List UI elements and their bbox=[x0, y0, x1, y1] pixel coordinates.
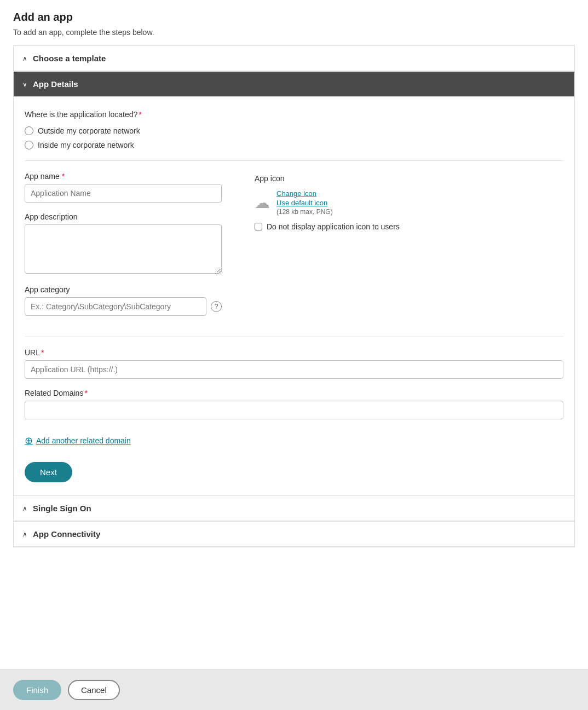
cancel-button[interactable]: Cancel bbox=[68, 680, 120, 700]
do-not-display-checkbox[interactable] bbox=[255, 223, 262, 230]
app-category-wrapper: ? bbox=[25, 297, 222, 316]
divider-1 bbox=[25, 160, 563, 161]
finish-button[interactable]: Finish bbox=[13, 680, 61, 700]
radio-inside-label[interactable]: Inside my corporate network bbox=[25, 141, 563, 149]
connectivity-label: App Connectivity bbox=[33, 529, 100, 539]
sso-header[interactable]: ∧ Single Sign On bbox=[14, 496, 574, 521]
next-button[interactable]: Next bbox=[25, 462, 72, 482]
app-category-input[interactable] bbox=[25, 297, 206, 316]
main-content: Add an app To add an app, complete the s… bbox=[0, 0, 588, 669]
app-icon-row: ☁ Change icon Use default icon (128 kb m… bbox=[255, 189, 563, 216]
plus-circle-icon: ⊕ bbox=[25, 435, 33, 447]
url-field-group: URL* bbox=[25, 348, 563, 379]
url-label: URL* bbox=[25, 348, 563, 357]
app-name-col: App name App description App category ? bbox=[25, 172, 222, 326]
do-not-display-label: Do not display application icon to users bbox=[267, 222, 400, 231]
chevron-app-details-icon: ∨ bbox=[22, 80, 27, 88]
page-wrapper: Add an app To add an app, complete the s… bbox=[0, 0, 588, 710]
do-not-display-row: Do not display application icon to users bbox=[255, 222, 563, 231]
radio-inside[interactable] bbox=[25, 141, 33, 149]
chevron-connectivity-icon: ∧ bbox=[22, 530, 27, 538]
url-section: URL* Related Domains* ⊕ Add another rela… bbox=[25, 348, 563, 447]
accordion-sso: ∧ Single Sign On bbox=[13, 496, 575, 522]
page-subtitle: To add an app, complete the steps below. bbox=[13, 28, 575, 37]
app-name-input[interactable] bbox=[25, 184, 222, 203]
radio-outside-label[interactable]: Outside my corporate network bbox=[25, 126, 563, 135]
icon-links: Change icon Use default icon (128 kb max… bbox=[276, 189, 333, 216]
related-domains-label: Related Domains* bbox=[25, 389, 563, 397]
accordion-connectivity: ∧ App Connectivity bbox=[13, 522, 575, 547]
connectivity-header[interactable]: ∧ App Connectivity bbox=[14, 522, 574, 547]
sso-label: Single Sign On bbox=[33, 504, 91, 513]
app-name-icon-row: App name App description App category ? bbox=[25, 172, 563, 326]
location-question: Where is the application located?* bbox=[25, 110, 563, 119]
app-name-label: App name bbox=[25, 172, 222, 181]
accordion-app-details: ∨ App Details Where is the application l… bbox=[13, 72, 575, 496]
location-field-group: Where is the application located?* Outsi… bbox=[25, 110, 563, 149]
chevron-sso-icon: ∧ bbox=[22, 505, 27, 512]
add-domain-link[interactable]: ⊕ Add another related domain bbox=[25, 435, 131, 447]
radio-inside-text: Inside my corporate network bbox=[38, 141, 134, 149]
divider-2 bbox=[25, 337, 563, 337]
radio-outside-text: Outside my corporate network bbox=[38, 126, 140, 135]
app-description-field-group: App description bbox=[25, 212, 222, 275]
app-category-label: App category bbox=[25, 285, 222, 294]
footer-bar: Finish Cancel bbox=[0, 669, 588, 710]
app-icon-label: App icon bbox=[255, 174, 563, 183]
radio-outside[interactable] bbox=[25, 126, 33, 135]
app-details-body: Where is the application located?* Outsi… bbox=[14, 97, 574, 495]
app-description-label: App description bbox=[25, 212, 222, 221]
app-category-field-group: App category ? bbox=[25, 285, 222, 316]
related-domains-input[interactable] bbox=[25, 401, 563, 419]
choose-template-label: Choose a template bbox=[33, 54, 106, 63]
use-default-icon-link[interactable]: Use default icon bbox=[276, 199, 333, 207]
chevron-choose-template-icon: ∧ bbox=[22, 55, 27, 62]
help-icon[interactable]: ? bbox=[211, 301, 222, 312]
cloud-icon: ☁ bbox=[255, 194, 270, 212]
location-radio-group: Outside my corporate network Inside my c… bbox=[25, 126, 563, 149]
icon-size-note: (128 kb max, PNG) bbox=[276, 208, 333, 216]
related-domains-field-group: Related Domains* bbox=[25, 389, 563, 419]
accordion-choose-template: ∧ Choose a template bbox=[13, 45, 575, 72]
app-description-input[interactable] bbox=[25, 224, 222, 274]
app-icon-col: App icon ☁ Change icon Use default icon … bbox=[255, 174, 563, 326]
url-input[interactable] bbox=[25, 360, 563, 379]
app-name-field-group: App name bbox=[25, 172, 222, 203]
add-domain-link-label: Add another related domain bbox=[36, 436, 131, 445]
choose-template-header[interactable]: ∧ Choose a template bbox=[14, 46, 574, 71]
page-title: Add an app bbox=[13, 11, 575, 24]
app-details-label: App Details bbox=[33, 79, 78, 89]
change-icon-link[interactable]: Change icon bbox=[276, 189, 333, 198]
app-details-header[interactable]: ∨ App Details bbox=[14, 72, 574, 97]
